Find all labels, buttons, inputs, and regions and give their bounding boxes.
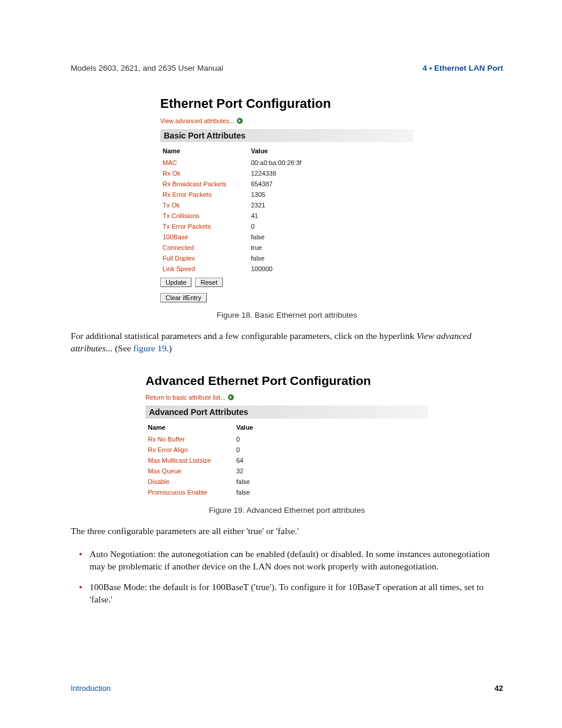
list-item: 100Base Mode: the default is for 100Base…	[81, 581, 503, 606]
attr-name: Max Multicast Listsize	[146, 455, 234, 466]
table-row: Promiscuous Enablefalse	[146, 487, 428, 498]
attr-value: false	[249, 232, 414, 242]
attr-value: 0	[234, 434, 428, 444]
attr-value: 1224338	[249, 168, 414, 179]
paragraph-2: The three configurable parameters are al…	[71, 525, 503, 538]
attr-name: 100Base	[160, 232, 249, 242]
attr-value: 1305	[249, 189, 414, 200]
attr-value: 64	[234, 455, 428, 466]
table-row: Max Multicast Listsize64	[146, 455, 428, 466]
attr-value: 2321	[249, 200, 414, 210]
bullet-list: Auto Negotiation: the autonegotiation ca…	[71, 548, 503, 606]
text: (See	[113, 343, 133, 353]
advanced-port-attributes-header: Advanced Port Attributes	[146, 406, 428, 419]
view-advanced-link[interactable]: View advanced attributes...	[160, 117, 234, 124]
footer-section: Introduction	[71, 684, 111, 693]
attr-name: Rx No Buffer	[146, 434, 234, 444]
attr-name: Tx Error Packets	[160, 221, 249, 232]
figure-18-title: Ethernet Port Configuration	[160, 96, 414, 111]
page-number: 42	[495, 684, 503, 693]
attr-name: Tx Collisions	[160, 210, 249, 221]
table-row: Rx Ok1224338	[160, 168, 414, 179]
col-name: Name	[160, 146, 249, 157]
col-value: Value	[234, 422, 428, 434]
table-row: Rx Error Packets1305	[160, 189, 414, 200]
attr-name: Rx Broadcast Packets	[160, 179, 249, 189]
figure-19-title: Advanced Ethernet Port Configuration	[146, 374, 428, 388]
table-row: MAC00:a0:ba:00:28:3f	[160, 157, 414, 168]
basic-port-attributes-header: Basic Port Attributes	[160, 129, 414, 142]
figure-18-caption: Figure 18. Basic Ethernet port attribute…	[71, 311, 503, 319]
attr-name: Rx Error Align	[146, 444, 234, 455]
table-row: Disablefalse	[146, 476, 428, 487]
figure-19-caption: Figure 19. Advanced Ethernet port attrib…	[71, 506, 503, 515]
attr-name: Full Duplex	[160, 253, 249, 263]
attr-name: Rx Error Packets	[160, 189, 249, 200]
attr-value: true	[249, 242, 414, 253]
attr-value: false	[249, 253, 414, 263]
attr-value: 00:a0:ba:00:28:3f	[249, 157, 414, 168]
table-row: Tx Error Packets0	[160, 221, 414, 232]
attr-name: Promiscuous Enable	[146, 487, 234, 498]
reset-button[interactable]: Reset	[195, 278, 223, 287]
text: .)	[167, 343, 172, 353]
table-row: Connectedtrue	[160, 242, 414, 253]
attr-value: 32	[234, 466, 428, 476]
header-left: Models 2603, 2621, and 2635 User Manual	[71, 64, 223, 73]
table-row: Rx Broadcast Packets654387	[160, 179, 414, 189]
clear-ifentry-button[interactable]: Clear ifEntry	[160, 293, 207, 302]
table-row: 100Basefalse	[160, 232, 414, 242]
advanced-attributes-table: Name Value Rx No Buffer0 Rx Error Align0…	[146, 422, 428, 498]
attr-name: Rx Ok	[160, 168, 249, 179]
running-footer: Introduction 42	[71, 684, 503, 693]
table-row: Rx No Buffer0	[146, 434, 428, 444]
attr-value: false	[234, 476, 428, 487]
attr-name: Link Speed	[160, 263, 249, 274]
attr-name: MAC	[160, 157, 249, 168]
attr-value: 654387	[249, 179, 414, 189]
figure-19-xref[interactable]: figure 19	[133, 343, 166, 353]
header-right: 4 • Ethernet LAN Port	[422, 64, 503, 73]
col-name: Name	[146, 422, 234, 434]
text: For additional statistical parameters an…	[71, 331, 416, 341]
attr-value: false	[234, 487, 428, 498]
running-header: Models 2603, 2621, and 2635 User Manual …	[71, 64, 503, 73]
arrow-right-icon	[237, 118, 243, 124]
attr-name: Tx Ok	[160, 200, 249, 210]
arrow-right-icon	[228, 394, 234, 400]
table-row: Full Duplexfalse	[160, 253, 414, 263]
basic-attributes-table: Name Value MAC00:a0:ba:00:28:3f Rx Ok122…	[160, 146, 414, 274]
paragraph-1: For additional statistical parameters an…	[71, 330, 503, 355]
attr-value: 100000	[249, 263, 414, 274]
table-row: Max Queue32	[146, 466, 428, 476]
attr-name: Max Queue	[146, 466, 234, 476]
attr-value: 0	[249, 221, 414, 232]
table-row: Tx Collisions41	[160, 210, 414, 221]
table-row: Rx Error Align0	[146, 444, 428, 455]
table-row: Tx Ok2321	[160, 200, 414, 210]
return-basic-link[interactable]: Return to basic attribute list...	[146, 394, 226, 401]
list-item: Auto Negotiation: the autonegotiation ca…	[81, 548, 503, 573]
figure-18: Ethernet Port Configuration View advance…	[160, 96, 414, 302]
update-button[interactable]: Update	[160, 278, 191, 287]
attr-name: Connected	[160, 242, 249, 253]
table-row: Link Speed100000	[160, 263, 414, 274]
figure-19: Advanced Ethernet Port Configuration Ret…	[146, 374, 428, 498]
attr-name: Disable	[146, 476, 234, 487]
attr-value: 41	[249, 210, 414, 221]
attr-value: 0	[234, 444, 428, 455]
col-value: Value	[249, 146, 414, 157]
